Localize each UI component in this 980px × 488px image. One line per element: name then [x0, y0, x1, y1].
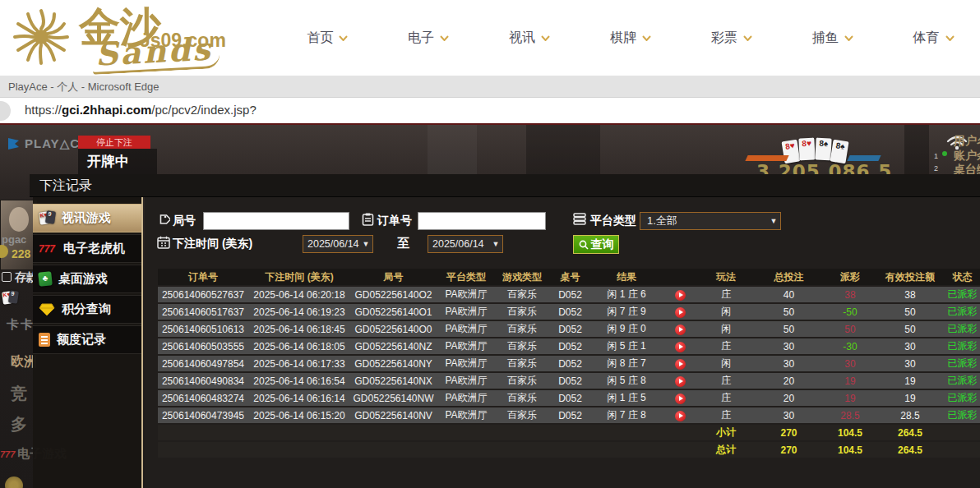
cards-icon: K♥9 [39, 210, 55, 227]
nav-item-sports[interactable]: 体育 [883, 30, 980, 47]
platform-select[interactable]: 1.全部 ▼ [640, 212, 781, 230]
nav-item-lottery[interactable]: 彩票 [681, 30, 782, 47]
sidebar-item-slots[interactable]: 777 电子老虎机 [33, 234, 141, 263]
nav-item-fishing[interactable]: 捕鱼 [782, 30, 883, 47]
site-header: 金沙 Js09.com Sands 首页 电子 视讯 棋牌 彩票 捕鱼 体育 [0, 0, 980, 76]
jing-ghost: 竞 [11, 383, 27, 405]
cell-replay [661, 407, 699, 423]
playing-card: 8♥ [798, 138, 815, 161]
total-payout: 104.5 [825, 442, 876, 458]
cell-status: 已派彩 [945, 373, 980, 389]
cell-status: 已派彩 [945, 407, 980, 423]
date-from-select[interactable]: 2025/06/14 ▼ [303, 235, 373, 253]
cell-result: 闲 7 庄 9 [592, 304, 661, 320]
cell-order: 250614060510613 [158, 321, 248, 337]
round-input[interactable] [203, 212, 349, 230]
sands-sun-logo-icon [7, 2, 76, 71]
cell-valid: 28.5 [876, 407, 945, 423]
cell-round: GD052256140NV [350, 407, 437, 423]
cell-platform: PA欧洲厅 [437, 321, 496, 337]
cell-result: 闲 1 庄 5 [592, 390, 661, 406]
table-row: 250614060497854 2025-06-14 06:17:33 GD05… [158, 356, 980, 371]
cell-round: GD052256140NZ [350, 338, 437, 354]
replay-button[interactable] [675, 411, 686, 421]
replay-button[interactable] [675, 376, 686, 387]
cell-order: 250614060517637 [158, 304, 248, 320]
main-nav: 首页 电子 视讯 棋牌 彩票 捕鱼 体育 [277, 0, 980, 76]
cell-table: D052 [548, 390, 592, 406]
replay-button[interactable] [675, 290, 686, 301]
replay-button[interactable] [675, 307, 686, 318]
username-ghost: pgac [2, 233, 26, 246]
cell-game: 百家乐 [496, 287, 548, 302]
date-to-select[interactable]: 2025/06/14 ▼ [428, 235, 503, 253]
cell-status: 已派彩 [945, 338, 980, 354]
cell-game: 百家乐 [496, 304, 548, 320]
dealt-cards: 8♥ 8♥ 8♠ 8♠ [783, 138, 848, 160]
cell-result: 闲 7 庄 8 [592, 407, 661, 423]
cell-bet: 20 [753, 390, 825, 406]
table-row: 250614060517637 2025-06-14 06:19:23 GD05… [158, 304, 980, 320]
cell-bet: 20 [753, 373, 825, 389]
chevron-down-icon [945, 35, 955, 41]
sidebar-item-credit-record[interactable]: 额度记录 [33, 325, 141, 354]
tag-icon [158, 214, 170, 226]
cell-valid: 19 [876, 373, 945, 389]
cell-replay [661, 356, 699, 371]
col-result: 结果 [592, 269, 661, 285]
nav-item-home[interactable]: 首页 [277, 30, 378, 47]
player-bar [847, 155, 881, 161]
cell-platform: PA欧洲厅 [437, 356, 496, 371]
cell-bet: 30 [753, 356, 825, 371]
dropdown-arrow-icon: ▼ [767, 217, 780, 225]
col-table: 桌号 [548, 269, 592, 285]
sidebar-item-table-games[interactable]: ♣ 桌面游戏 [33, 265, 141, 293]
cell-status: 已派彩 [945, 304, 980, 320]
cell-table: D052 [548, 287, 592, 302]
to-label: 至 [397, 236, 409, 251]
cell-game: 百家乐 [496, 390, 548, 406]
url-text: https://gci.2hhapi.com/pc/pcv2/index.jsp… [0, 98, 980, 122]
cell-time: 2025-06-14 06:18:05 [248, 338, 350, 354]
col-play: 玩法 [699, 269, 753, 285]
replay-button[interactable] [675, 359, 686, 370]
sidebar-item-live-games[interactable]: K♥9 视讯游戏 [33, 204, 141, 232]
playace-logo-icon [7, 136, 21, 151]
replay-button[interactable] [675, 342, 686, 352]
nav-item-live[interactable]: 视讯 [479, 30, 580, 47]
cell-bet: 30 [753, 407, 825, 423]
chevron-down-icon [339, 35, 348, 41]
order-input[interactable] [418, 212, 546, 230]
address-bar[interactable]: https://gci.2hhapi.com/pc/pcv2/index.jsp… [0, 98, 980, 123]
slots-777-icon: 777 [0, 449, 15, 459]
cell-platform: PA欧洲厅 [437, 407, 496, 423]
cell-payout: 38 [825, 287, 876, 302]
calendar-icon [157, 236, 170, 249]
cell-bet: 30 [753, 338, 825, 354]
cell-payout: -50 [825, 304, 876, 320]
platform-layers-icon [573, 213, 586, 225]
nav-item-cards[interactable]: 棋牌 [580, 30, 682, 47]
cell-valid: 30 [876, 338, 945, 354]
fishing-ghost-icon [5, 476, 23, 488]
cell-order: 250614060497854 [158, 356, 248, 371]
cell-play: 庄 [699, 338, 753, 354]
sidebar-item-points[interactable]: 积分查询 [33, 295, 141, 324]
bet-records-table: 订单号 下注时间 (美东) 局号 平台类型 游戏类型 桌号 结果 玩法 总投注 … [158, 267, 980, 459]
nav-item-slots[interactable]: 电子 [378, 30, 479, 47]
cell-game: 百家乐 [496, 338, 548, 354]
search-button[interactable]: 查询 [573, 235, 619, 254]
table-row: 250614060483274 2025-06-14 06:16:14 GD05… [158, 390, 980, 406]
diamond-icon [39, 303, 55, 316]
replay-button[interactable] [675, 394, 686, 404]
cell-order: 250614060490834 [158, 373, 248, 389]
table-header-row: 订单号 下注时间 (美东) 局号 平台类型 游戏类型 桌号 结果 玩法 总投注 … [158, 269, 980, 285]
replay-button[interactable] [675, 325, 686, 335]
chevron-down-icon [642, 35, 651, 41]
scene-decor [904, 125, 929, 176]
panel-title: 下注记录 [30, 174, 980, 197]
table-games-icon: ♣ [38, 271, 53, 287]
cell-time: 2025-06-14 06:20:18 [248, 287, 350, 302]
cell-replay [661, 304, 699, 320]
cell-order: 250614060473945 [158, 407, 248, 423]
